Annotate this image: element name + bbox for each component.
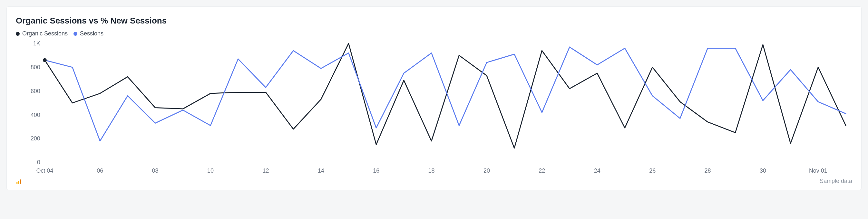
analytics-icon — [16, 179, 22, 185]
x-tick-label: 24 — [594, 167, 600, 174]
line-chart-svg: 02004006008001KOct 040608101214161820222… — [16, 40, 852, 175]
y-tick-label: 400 — [31, 112, 40, 118]
x-tick-label: Nov 01 — [809, 167, 827, 174]
legend-swatch — [16, 32, 20, 36]
y-tick-label: 0 — [37, 159, 40, 165]
x-tick-label: 30 — [760, 167, 766, 174]
legend-label: Sessions — [80, 30, 103, 37]
x-tick-label: 16 — [373, 167, 379, 174]
x-tick-label: 14 — [318, 167, 324, 174]
series-line — [45, 43, 846, 148]
svg-rect-2 — [20, 179, 21, 184]
x-tick-label: 22 — [538, 167, 545, 174]
chart-footer: Sample data — [16, 178, 852, 185]
chart-plot-area: 02004006008001KOct 040608101214161820222… — [16, 40, 852, 175]
legend-swatch — [73, 32, 78, 36]
chart-legend: Organic SessionsSessions — [16, 30, 852, 37]
x-tick-label: 28 — [705, 167, 711, 174]
x-tick-label: 20 — [484, 167, 490, 174]
x-tick-label: 10 — [207, 167, 214, 174]
sample-data-label: Sample data — [820, 178, 852, 185]
x-tick-label: 18 — [428, 167, 435, 174]
y-tick-label: 800 — [31, 64, 40, 70]
y-tick-label: 200 — [31, 135, 40, 142]
y-tick-label: 600 — [31, 88, 40, 94]
legend-item: Sessions — [73, 30, 103, 37]
x-tick-label: 12 — [262, 167, 269, 174]
chart-title: Organic Sessions vs % New Sessions — [16, 16, 852, 26]
y-tick-label: 1K — [33, 40, 40, 47]
chart-card: Organic Sessions vs % New Sessions Organ… — [6, 6, 862, 190]
svg-rect-0 — [17, 182, 18, 184]
x-tick-label: 08 — [152, 167, 159, 174]
x-tick-label: 06 — [97, 167, 103, 174]
x-tick-label: 26 — [649, 167, 656, 174]
legend-label: Organic Sessions — [22, 30, 68, 37]
svg-rect-1 — [19, 181, 19, 184]
series-line — [45, 47, 846, 141]
x-tick-label: Oct 04 — [36, 167, 53, 174]
legend-item: Organic Sessions — [16, 30, 68, 37]
series-point — [43, 58, 47, 62]
